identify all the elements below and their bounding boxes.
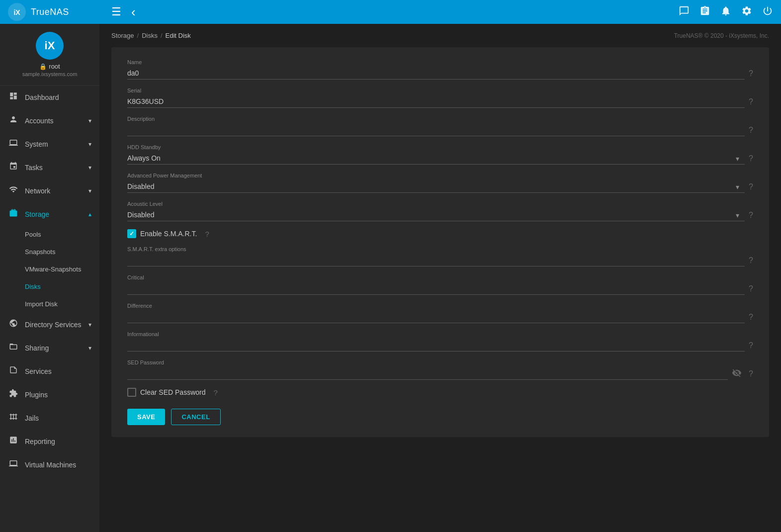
description-input[interactable] bbox=[127, 124, 745, 136]
sidebar-item-system[interactable]: System ▾ bbox=[0, 132, 99, 156]
sidebar-item-sharing[interactable]: Sharing ▾ bbox=[0, 336, 99, 359]
sidebar-sub-snapshots[interactable]: Snapshots bbox=[0, 243, 99, 261]
arrow-icon: ▾ bbox=[88, 141, 91, 148]
tasks-nav-icon bbox=[8, 162, 19, 173]
enable-smart-label: Enable S.M.A.R.T. bbox=[140, 230, 197, 238]
clear-sed-checkbox[interactable] bbox=[127, 388, 136, 397]
top-header: iX TrueNAS ☰ ‹ bbox=[0, 0, 781, 24]
enable-smart-help-icon[interactable]: ? bbox=[205, 230, 209, 238]
sub-label: VMware-Snapshots bbox=[25, 266, 81, 273]
sidebar-item-storage[interactable]: Storage ▴ bbox=[0, 202, 99, 226]
sidebar-item-services[interactable]: Services bbox=[0, 359, 99, 383]
copyright: TrueNAS® © 2020 - iXsystems, Inc. bbox=[674, 32, 769, 39]
sub-label: Snapshots bbox=[25, 248, 55, 256]
acoustic-select[interactable]: Disabled Minimum Medium Maximum bbox=[127, 209, 745, 221]
sed-password-input[interactable] bbox=[127, 367, 728, 380]
sidebar-item-network[interactable]: Network ▾ bbox=[0, 179, 99, 202]
difference-help-icon[interactable]: ? bbox=[749, 313, 753, 322]
sed-password-help-icon[interactable]: ? bbox=[749, 369, 753, 378]
sidebar-item-label: Network bbox=[25, 187, 50, 195]
sed-password-visibility-toggle[interactable] bbox=[732, 368, 742, 380]
sidebar-item-label: Directory Services bbox=[25, 321, 82, 329]
sidebar-sub-disks[interactable]: Disks bbox=[0, 278, 99, 295]
sidebar-sub-import-disk[interactable]: Import Disk bbox=[0, 295, 99, 313]
sidebar: iX 🔒 root sample.ixsystems.com Dashboard bbox=[0, 24, 99, 532]
save-button[interactable]: SAVE bbox=[127, 409, 165, 425]
sub-label: Import Disk bbox=[25, 300, 58, 308]
description-help-icon[interactable]: ? bbox=[749, 126, 753, 135]
breadcrumb: Storage / Disks / Edit Disk TrueNAS® © 2… bbox=[99, 24, 781, 47]
informational-input[interactable] bbox=[127, 339, 745, 352]
informational-field: Informational ? bbox=[127, 331, 753, 352]
logo-area: iX TrueNAS bbox=[8, 3, 107, 21]
sed-password-field: SED Password ? bbox=[127, 359, 753, 380]
dashboard-icon bbox=[8, 91, 19, 103]
name-input[interactable] bbox=[127, 67, 745, 80]
difference-field: Difference ? bbox=[127, 303, 753, 323]
arrow-icon: ▾ bbox=[88, 187, 91, 194]
sidebar-item-label: System bbox=[25, 140, 48, 148]
services-icon bbox=[8, 365, 19, 377]
sidebar-item-jails[interactable]: Jails bbox=[0, 406, 99, 430]
tasks-icon[interactable] bbox=[699, 5, 710, 19]
difference-input[interactable] bbox=[127, 311, 745, 323]
sidebar-item-dashboard[interactable]: Dashboard bbox=[0, 86, 99, 109]
clear-sed-field: Clear SED Password ? bbox=[127, 388, 753, 397]
sidebar-item-directory-services[interactable]: Directory Services ▾ bbox=[0, 313, 99, 336]
hdd-standby-help-icon[interactable]: ? bbox=[749, 154, 753, 163]
breadcrumb-sep-1: / bbox=[137, 32, 139, 39]
storage-icon bbox=[8, 208, 19, 220]
smart-extra-help-icon[interactable]: ? bbox=[749, 256, 753, 265]
reporting-icon bbox=[8, 436, 19, 447]
settings-icon[interactable] bbox=[741, 5, 752, 19]
serial-input[interactable] bbox=[127, 95, 745, 108]
sharing-icon bbox=[8, 342, 19, 354]
sidebar-item-reporting[interactable]: Reporting bbox=[0, 430, 99, 453]
arrow-icon: ▾ bbox=[88, 117, 91, 124]
name-help-icon[interactable]: ? bbox=[749, 69, 753, 78]
feedback-icon[interactable] bbox=[679, 5, 690, 19]
serial-help-icon[interactable]: ? bbox=[749, 97, 753, 106]
sed-password-label: SED Password bbox=[127, 359, 753, 365]
hdd-standby-select[interactable]: Always On 5 10 20 bbox=[127, 152, 745, 165]
user-avatar: iX bbox=[36, 32, 64, 60]
clear-sed-help-icon[interactable]: ? bbox=[214, 388, 218, 397]
hdd-standby-field: HDD Standby Always On 5 10 20 ▾ ? bbox=[127, 144, 753, 165]
main-layout: iX 🔒 root sample.ixsystems.com Dashboard bbox=[0, 24, 781, 532]
serial-field: Serial ? bbox=[127, 88, 753, 108]
cancel-button[interactable]: CANCEL bbox=[171, 409, 220, 425]
clear-sed-label: Clear SED Password bbox=[140, 388, 206, 396]
sidebar-item-plugins[interactable]: Plugins bbox=[0, 383, 99, 406]
critical-input[interactable] bbox=[127, 282, 745, 295]
back-icon[interactable]: ‹ bbox=[131, 4, 136, 20]
alerts-icon[interactable] bbox=[720, 5, 731, 19]
smart-extra-input[interactable] bbox=[127, 254, 745, 266]
menu-icon[interactable]: ☰ bbox=[111, 5, 121, 18]
power-icon[interactable] bbox=[762, 5, 773, 19]
breadcrumb-sep-2: / bbox=[161, 32, 163, 39]
arrow-icon: ▾ bbox=[88, 321, 91, 328]
adv-power-help-icon[interactable]: ? bbox=[749, 182, 753, 191]
sidebar-item-virtual-machines[interactable]: Virtual Machines bbox=[0, 453, 99, 476]
sidebar-item-accounts[interactable]: Accounts ▾ bbox=[0, 109, 99, 132]
sidebar-item-tasks[interactable]: Tasks ▾ bbox=[0, 156, 99, 179]
adv-power-select[interactable]: Disabled 1 - Minimum Power Usage with St… bbox=[127, 180, 745, 193]
informational-help-icon[interactable]: ? bbox=[749, 341, 753, 350]
sidebar-sub-vmware-snapshots[interactable]: VMware-Snapshots bbox=[0, 261, 99, 278]
breadcrumb-disks[interactable]: Disks bbox=[142, 32, 158, 39]
critical-help-icon[interactable]: ? bbox=[749, 284, 753, 293]
sidebar-item-label: Jails bbox=[25, 414, 39, 422]
acoustic-field: Acoustic Level Disabled Minimum Medium M… bbox=[127, 201, 753, 221]
breadcrumb-storage[interactable]: Storage bbox=[111, 32, 134, 39]
sidebar-sub-pools[interactable]: Pools bbox=[0, 226, 99, 243]
description-field: Description ? bbox=[127, 116, 753, 136]
serial-label: Serial bbox=[127, 88, 753, 93]
user-section: iX 🔒 root sample.ixsystems.com bbox=[0, 24, 99, 86]
sidebar-item-label: Sharing bbox=[25, 344, 49, 352]
jails-icon bbox=[8, 412, 19, 424]
acoustic-help-icon[interactable]: ? bbox=[749, 211, 753, 220]
content-area: Storage / Disks / Edit Disk TrueNAS® © 2… bbox=[99, 24, 781, 532]
sidebar-item-label: Tasks bbox=[25, 164, 43, 172]
informational-label: Informational bbox=[127, 331, 753, 337]
enable-smart-checkbox[interactable] bbox=[127, 229, 136, 238]
